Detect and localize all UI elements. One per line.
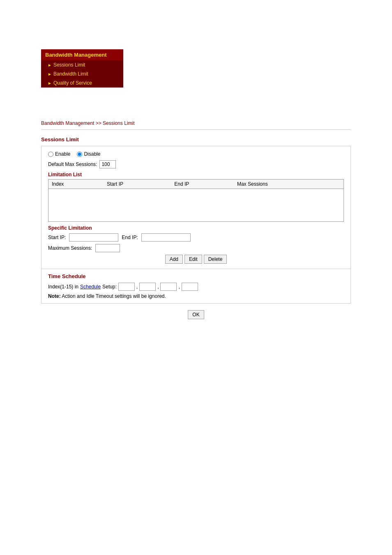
schedule-input-2[interactable] (139, 283, 156, 291)
sidebar-item-label-bandwidth: Bandwidth Limit (53, 71, 88, 77)
start-ip-input[interactable] (69, 233, 118, 242)
arrow-icon-bandwidth: ► (48, 72, 52, 76)
limitation-list-title: Limitation List (48, 172, 344, 177)
comma-3: , (178, 284, 180, 290)
enable-label[interactable]: Enable (48, 151, 70, 157)
limitation-table: Index Start IP End IP Max Sessions (48, 179, 344, 222)
max-sessions-row: Maximum Sessions: (48, 244, 344, 252)
setup-label: Setup: (102, 284, 117, 290)
max-sessions-input[interactable] (95, 244, 120, 252)
sidebar-item-label-qos: Quality of Service (53, 80, 92, 86)
sidebar-item-sessions-limit[interactable]: ► Sessions Limit (41, 60, 123, 69)
edit-button[interactable]: Edit (184, 255, 202, 264)
page-wrapper: Bandwidth Management ► Sessions Limit ► … (0, 0, 392, 555)
breadcrumb-text: Bandwidth Management >> Sessions Limit (41, 120, 134, 126)
col-index: Index (48, 180, 104, 189)
main-content: Bandwidth Management >> Sessions Limit S… (41, 120, 351, 319)
disable-text: Disable (84, 151, 100, 157)
disable-radio[interactable] (77, 152, 82, 157)
schedule-link[interactable]: Schedule (80, 284, 101, 290)
col-end-ip: End IP (171, 180, 234, 189)
enable-radio[interactable] (48, 152, 53, 157)
disable-label[interactable]: Disable (77, 151, 100, 157)
comma-2: , (157, 284, 159, 290)
ok-button[interactable]: OK (188, 310, 204, 319)
enable-disable-row: Enable Disable (48, 151, 344, 157)
end-ip-label: End IP: (122, 235, 138, 240)
sidebar-menu: Bandwidth Management ► Sessions Limit ► … (41, 49, 123, 88)
add-button[interactable]: Add (165, 255, 183, 264)
table-empty-area (48, 189, 344, 222)
breadcrumb: Bandwidth Management >> Sessions Limit (41, 120, 351, 126)
end-ip-input[interactable] (141, 233, 191, 242)
time-schedule-box: Time Schedule Index(1-15) in Schedule Se… (41, 269, 351, 304)
schedule-input-1[interactable] (118, 283, 135, 291)
ip-range-row: Start IP: End IP: (48, 233, 344, 242)
note-bold: Note: (48, 293, 61, 299)
schedule-row: Index(1-15) in Schedule Setup: , , , (48, 283, 344, 291)
delete-button[interactable]: Delete (204, 255, 227, 264)
arrow-icon-qos: ► (48, 81, 52, 85)
sidebar-item-quality-of-service[interactable]: ► Quality of Service (41, 78, 123, 88)
schedule-input-4[interactable] (182, 283, 198, 291)
menu-header: Bandwidth Management (41, 49, 123, 60)
schedule-input-3[interactable] (160, 283, 177, 291)
start-ip-label: Start IP: (48, 235, 66, 240)
default-sessions-row: Default Max Sessions: (48, 160, 344, 168)
col-start-ip: Start IP (104, 180, 171, 189)
default-max-sessions-input[interactable] (99, 160, 116, 168)
time-schedule-title: Time Schedule (48, 273, 344, 279)
sessions-limit-box: Enable Disable Default Max Sessions: Lim… (41, 146, 351, 269)
ok-row: OK (41, 310, 351, 319)
section-divider (41, 129, 351, 130)
note-text: Action and Idle Timeout settings will be… (62, 293, 166, 299)
specific-limitation-title: Specific Limitation (48, 225, 344, 231)
col-max-sessions: Max Sessions (234, 180, 344, 189)
comma-1: , (136, 284, 138, 290)
default-sessions-label: Default Max Sessions: (48, 161, 97, 167)
sidebar-item-bandwidth-limit[interactable]: ► Bandwidth Limit (41, 69, 123, 78)
note-row: Note: Action and Idle Timeout settings w… (48, 293, 344, 299)
action-buttons-row: Add Edit Delete (48, 255, 344, 264)
arrow-icon-sessions: ► (48, 63, 52, 67)
index-label: Index(1-15) in (48, 284, 78, 290)
enable-text: Enable (55, 151, 70, 157)
sidebar-item-label-sessions: Sessions Limit (53, 62, 85, 68)
max-sessions-label: Maximum Sessions: (48, 245, 92, 251)
sessions-limit-title: Sessions Limit (41, 136, 351, 143)
